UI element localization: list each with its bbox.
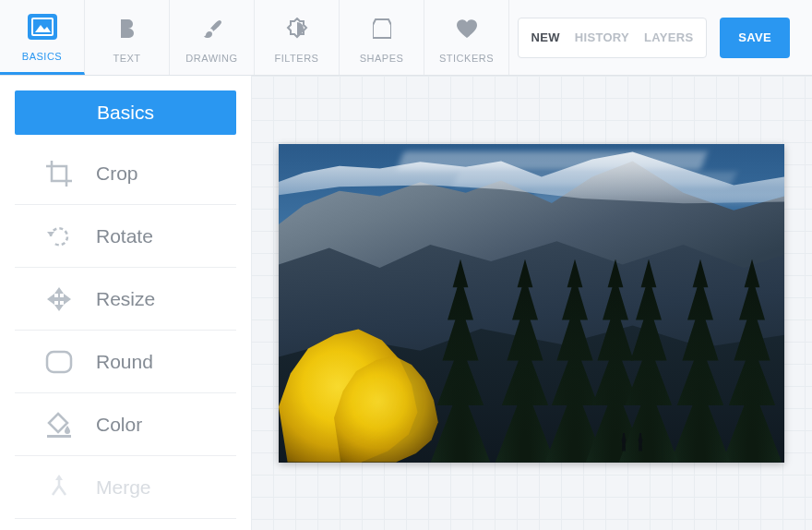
shape-icon — [365, 12, 399, 45]
sidebar-item-merge: Merge — [15, 456, 236, 519]
top-toolbar: BASICS TEXT DRAWING FILTERS SHAPES — [0, 0, 812, 76]
layers-button[interactable]: LAYERS — [644, 30, 693, 44]
toolbar-tabs: BASICS TEXT DRAWING FILTERS SHAPES — [0, 0, 509, 75]
tab-label: TEXT — [113, 53, 140, 64]
sidebar-item-resize[interactable]: Resize — [15, 268, 236, 331]
sidebar-item-color[interactable]: Color — [15, 393, 236, 456]
bold-icon — [111, 12, 144, 45]
contrast-icon — [281, 12, 314, 45]
history-button[interactable]: HISTORY — [575, 30, 629, 44]
tab-stickers[interactable]: STICKERS — [424, 0, 509, 75]
resize-icon — [44, 284, 74, 314]
tab-label: DRAWING — [185, 53, 237, 64]
tab-label: STICKERS — [439, 53, 494, 64]
svg-marker-1 — [35, 25, 51, 32]
tab-filters[interactable]: FILTERS — [255, 0, 340, 75]
toolbar-right: NEW HISTORY LAYERS SAVE — [518, 0, 812, 75]
tab-shapes[interactable]: SHAPES — [340, 0, 424, 75]
sidebar-item-label: Color — [96, 414, 142, 436]
merge-icon — [44, 473, 74, 502]
tab-label: SHAPES — [360, 53, 404, 64]
brush-icon — [196, 12, 229, 45]
svg-rect-4 — [47, 352, 71, 372]
sidebar-item-label: Merge — [96, 476, 151, 499]
new-button[interactable]: NEW — [531, 30, 560, 44]
round-rect-icon — [44, 347, 74, 377]
sidebar-item-crop[interactable]: Crop — [15, 142, 236, 205]
fill-color-icon — [44, 410, 74, 440]
svg-marker-6 — [55, 475, 63, 480]
svg-rect-5 — [47, 435, 71, 438]
canvas-area[interactable] — [251, 76, 812, 530]
sidebar-header: Basics — [15, 90, 236, 135]
svg-marker-3 — [47, 287, 71, 311]
sidebar-item-label: Crop — [96, 163, 138, 185]
image-icon — [26, 10, 59, 43]
sidebar-item-label: Resize — [96, 288, 155, 310]
save-button[interactable]: SAVE — [720, 18, 790, 58]
sidebar-item-label: Round — [96, 351, 153, 373]
svg-rect-0 — [32, 18, 53, 35]
tab-label: BASICS — [22, 51, 62, 62]
tab-text[interactable]: TEXT — [85, 0, 170, 75]
sidebar-item-label: Rotate — [96, 225, 153, 247]
tab-basics[interactable]: BASICS — [0, 0, 85, 75]
sidebar-item-round[interactable]: Round — [15, 331, 236, 393]
svg-marker-2 — [47, 232, 54, 236]
tab-label: FILTERS — [275, 53, 319, 64]
crop-icon — [44, 159, 74, 188]
sidebar: Basics Crop Rotate Resize Round — [0, 76, 251, 530]
view-pill: NEW HISTORY LAYERS — [518, 18, 708, 58]
rotate-icon — [44, 222, 74, 251]
tab-drawing[interactable]: DRAWING — [170, 0, 255, 75]
sidebar-item-rotate[interactable]: Rotate — [15, 205, 236, 268]
canvas-image[interactable] — [279, 144, 784, 463]
heart-icon — [450, 12, 484, 45]
